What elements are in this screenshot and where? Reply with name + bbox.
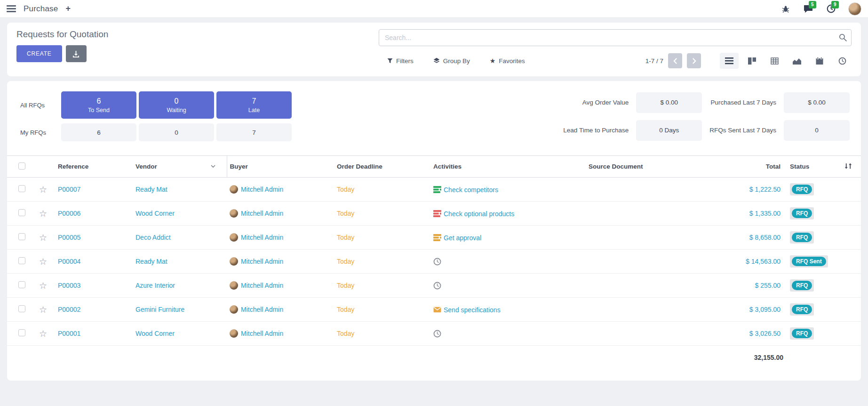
row-reference[interactable]: P00006: [58, 210, 80, 217]
kanban-view-icon[interactable]: [742, 53, 761, 69]
row-vendor[interactable]: Ready Mat: [135, 258, 167, 265]
row-deadline: Today: [337, 258, 354, 265]
row-checkbox[interactable]: [18, 329, 25, 336]
row-buyer[interactable]: Mitchell Admin: [241, 258, 283, 265]
envelope-icon[interactable]: [433, 306, 441, 314]
stat-my-late[interactable]: 7: [216, 123, 292, 141]
status-badge: RFQ: [790, 303, 814, 316]
create-button[interactable]: CREATE: [16, 45, 62, 62]
row-buyer[interactable]: Mitchell Admin: [241, 306, 283, 313]
row-buyer[interactable]: Mitchell Admin: [241, 186, 283, 193]
calendar-view-icon[interactable]: [810, 53, 829, 69]
tasks-icon[interactable]: [433, 234, 441, 242]
activity-label[interactable]: Send specifications: [444, 306, 501, 314]
favorite-star-icon[interactable]: ☆: [39, 233, 47, 243]
graph-view-icon[interactable]: [788, 53, 806, 69]
pager-range: 1-7 / 7: [645, 57, 663, 65]
apps-menu-icon[interactable]: [7, 5, 16, 12]
search-input[interactable]: [379, 29, 852, 46]
stat-to-send[interactable]: 6 To Send: [61, 91, 136, 119]
activity-label[interactable]: Check optional products: [444, 210, 514, 218]
row-checkbox[interactable]: [18, 185, 25, 192]
messages-icon[interactable]: 5: [803, 4, 813, 14]
row-vendor[interactable]: Azure Interior: [135, 282, 175, 289]
row-buyer[interactable]: Mitchell Admin: [241, 330, 283, 337]
header-vendor[interactable]: Vendor: [133, 156, 227, 178]
table-row[interactable]: ☆P00002Gemini FurnitureMitchell AdminTod…: [7, 298, 861, 322]
row-buyer[interactable]: Mitchell Admin: [241, 234, 283, 241]
header-activities[interactable]: Activities: [430, 156, 586, 178]
favorite-star-icon[interactable]: ☆: [39, 257, 47, 267]
row-vendor[interactable]: Wood Corner: [135, 210, 175, 217]
favorite-star-icon[interactable]: ☆: [39, 329, 47, 339]
group-by-button[interactable]: Group By: [433, 57, 470, 65]
debug-icon[interactable]: [780, 4, 791, 14]
clock-icon[interactable]: [433, 258, 441, 266]
tasks-icon[interactable]: [433, 186, 441, 194]
row-total: $ 14,563.00: [746, 258, 780, 265]
row-reference[interactable]: P00003: [58, 282, 80, 289]
row-checkbox[interactable]: [18, 209, 25, 216]
header-buyer[interactable]: Buyer: [227, 156, 334, 178]
row-vendor[interactable]: Deco Addict: [135, 234, 171, 241]
header-source-document[interactable]: Source Document: [586, 156, 722, 178]
table-row[interactable]: ☆P00003Azure InteriorMitchell AdminToday…: [7, 274, 861, 298]
row-reference[interactable]: P00007: [58, 186, 80, 193]
filters-button[interactable]: Filters: [387, 57, 414, 65]
row-vendor[interactable]: Wood Corner: [135, 330, 175, 337]
row-checkbox[interactable]: [18, 305, 25, 312]
favorites-button[interactable]: ★ Favorites: [490, 57, 525, 65]
row-reference[interactable]: P00005: [58, 234, 80, 241]
search-icon[interactable]: [839, 33, 847, 43]
row-checkbox[interactable]: [18, 281, 25, 288]
export-button[interactable]: [66, 45, 87, 62]
select-all-checkbox[interactable]: [18, 162, 25, 170]
row-vendor[interactable]: Gemini Furniture: [135, 306, 184, 313]
user-avatar[interactable]: [848, 2, 861, 16]
row-deadline: Today: [337, 186, 354, 193]
pager-previous-button[interactable]: [668, 53, 682, 68]
table-row[interactable]: ☆P00007Ready MatMitchell AdminTodayCheck…: [7, 178, 861, 202]
activities-clock-icon[interactable]: 9: [826, 4, 836, 14]
row-deadline: Today: [337, 306, 354, 313]
row-buyer[interactable]: Mitchell Admin: [241, 282, 283, 289]
activity-label[interactable]: Check competitors: [444, 186, 498, 194]
header-total[interactable]: Total: [722, 156, 783, 178]
row-reference[interactable]: P00001: [58, 330, 80, 337]
new-tab-button[interactable]: +: [65, 4, 71, 14]
clock-icon[interactable]: [433, 330, 441, 338]
row-checkbox[interactable]: [18, 233, 25, 240]
row-checkbox[interactable]: [18, 257, 25, 264]
favorite-star-icon[interactable]: ☆: [39, 209, 47, 219]
stat-late[interactable]: 7 Late: [216, 91, 292, 119]
kpi-label: Lead Time to Purchase: [563, 127, 629, 134]
table-row[interactable]: ☆P00004Ready MatMitchell AdminToday$ 14,…: [7, 250, 861, 274]
table-row[interactable]: ☆P00001Wood CornerMitchell AdminToday$ 3…: [7, 322, 861, 346]
table-row[interactable]: ☆P00006Wood CornerMitchell AdminTodayChe…: [7, 202, 861, 226]
table-footer-row: 32,155.00: [7, 346, 861, 369]
favorite-star-icon[interactable]: ☆: [39, 185, 47, 195]
row-reference[interactable]: P00002: [58, 306, 80, 313]
row-reference[interactable]: P00004: [58, 258, 80, 265]
adjust-columns-icon[interactable]: [844, 164, 852, 171]
row-buyer[interactable]: Mitchell Admin: [241, 210, 283, 217]
stat-my-to-send[interactable]: 6: [61, 123, 136, 141]
header-order-deadline[interactable]: Order Deadline: [334, 156, 430, 178]
row-vendor[interactable]: Ready Mat: [135, 186, 167, 193]
stat-my-waiting[interactable]: 0: [139, 123, 214, 141]
status-badge: RFQ: [790, 279, 814, 292]
activity-label[interactable]: Get approval: [444, 234, 481, 242]
pivot-view-icon[interactable]: [765, 53, 784, 69]
tasks-icon[interactable]: [433, 210, 441, 218]
activity-view-icon[interactable]: [833, 53, 852, 69]
pager-next-button[interactable]: [687, 53, 701, 68]
header-status[interactable]: Status: [783, 156, 833, 178]
favorite-star-icon[interactable]: ☆: [39, 281, 47, 291]
header-reference[interactable]: Reference: [55, 156, 133, 178]
table-row[interactable]: ☆P00005Deco AddictMitchell AdminTodayGet…: [7, 226, 861, 250]
favorite-star-icon[interactable]: ☆: [39, 305, 47, 315]
clock-icon[interactable]: [433, 282, 441, 290]
app-name[interactable]: Purchase: [24, 4, 58, 14]
list-view-icon[interactable]: [720, 53, 739, 69]
stat-waiting[interactable]: 0 Waiting: [139, 91, 214, 119]
